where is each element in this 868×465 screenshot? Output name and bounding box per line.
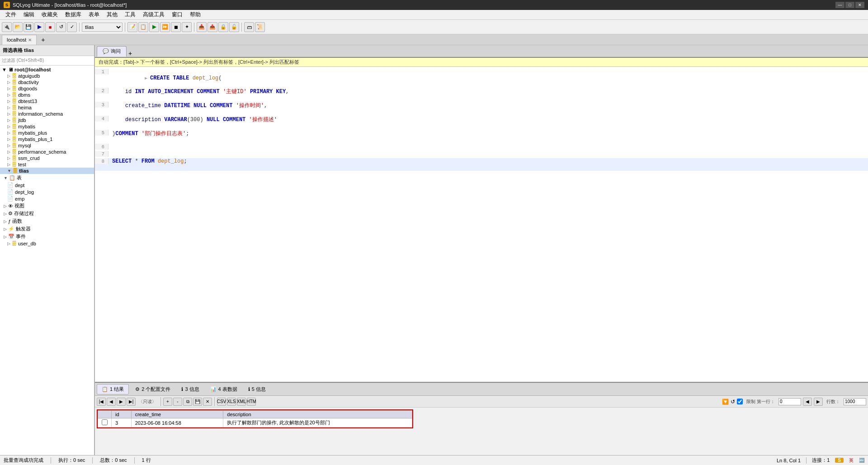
tb-restore[interactable]: 🔓 [229, 22, 239, 32]
menu-file[interactable]: 文件 [2, 10, 20, 19]
tree-triggers-node[interactable]: ▷ ⚡ 触发器 [0, 225, 94, 233]
add-query-tab-button[interactable]: + [128, 50, 132, 57]
tb-backup[interactable]: 🔒 [218, 22, 228, 32]
db-mysql[interactable]: ▷ 🗄 mysql [0, 142, 94, 149]
tb-stop[interactable]: ■ [45, 22, 55, 32]
tb-schema[interactable]: 🗃 [244, 22, 254, 32]
connection-tab-localhost[interactable]: localhost ✕ [2, 35, 37, 45]
db-tlias[interactable]: ▼ 🗄 tlias [0, 168, 94, 174]
tb-new-conn[interactable]: 🔌 [2, 22, 12, 32]
menu-database[interactable]: 数据库 [61, 10, 85, 19]
autocomplete-hint: 自动完成：[Tab]-> 下一个标签，[Ctrl+Space]-> 列出所有标签… [95, 58, 868, 67]
tb-open[interactable]: 📂 [13, 22, 23, 32]
rt-limit-next[interactable]: ▶ [814, 398, 823, 406]
restore-button[interactable]: □ [845, 2, 854, 8]
row-check[interactable] [98, 418, 112, 427]
sql-editor[interactable]: 1 ▶ CREATE TABLE dept_log( 2 id INT AUTO… [95, 67, 868, 383]
tb-run-query[interactable]: ▶ [149, 22, 159, 32]
tb-run-all[interactable]: ⏩ [160, 22, 170, 32]
tree-table-dept-log[interactable]: 📄 dept_log [0, 188, 94, 195]
db-test[interactable]: ▷ 🗄 test [0, 161, 94, 168]
filter-box[interactable]: 过滤器 (Ctrl+Shift+B) [0, 56, 94, 66]
tb-stop-query[interactable]: ⏹ [171, 22, 181, 32]
minimize-button[interactable]: — [835, 2, 844, 8]
db-heima[interactable]: ▷ 🗄 heima [0, 104, 94, 111]
result-tab-3[interactable]: ℹ 3 信息 [177, 385, 203, 394]
limit-checkbox[interactable] [737, 399, 743, 404]
rt-export-xls[interactable]: XLS [227, 398, 236, 406]
cell-id[interactable]: 3 [112, 418, 132, 427]
rt-nav-first[interactable]: |◀ [97, 398, 106, 406]
query-tab-ask[interactable]: 💬 询问 [97, 46, 127, 57]
row-checkbox[interactable] [102, 419, 108, 425]
db-ssm-crud[interactable]: ▷ 🗄 ssm_crud [0, 155, 94, 161]
result-tab-2[interactable]: ⚙ 2 个配置文件 [131, 385, 175, 394]
result-tab-4[interactable]: 📊 4 表数据 [206, 385, 242, 394]
sidebar-header: 筛选表格 tlias [0, 45, 94, 56]
db-mybatis-plus-1[interactable]: ▷ 🗄 mybatis_plus_1 [0, 136, 94, 142]
rt-dup-row[interactable]: ⧉ [183, 398, 192, 406]
tb-run[interactable]: ▶ [34, 22, 44, 32]
tree-views-node[interactable]: ▷ 👁 视图 [0, 202, 94, 210]
add-connection-button[interactable]: + [38, 35, 47, 44]
rt-save[interactable]: 💾 [193, 398, 202, 406]
rows-value-input[interactable] [844, 398, 866, 405]
rt-del-row[interactable]: - [173, 398, 182, 406]
rt-discard[interactable]: ✕ [203, 398, 212, 406]
tb-save[interactable]: 💾 [24, 22, 33, 32]
tb-export[interactable]: 📤 [208, 22, 217, 32]
db-dbms[interactable]: ▷ 🗄 dbms [0, 92, 94, 98]
result-tab-label-1: 1 结果 [110, 386, 124, 393]
menu-other[interactable]: 其他 [103, 10, 121, 19]
rt-export-xml[interactable]: XML [237, 398, 246, 406]
tb-format[interactable]: ✦ [182, 22, 192, 32]
menu-table[interactable]: 表单 [85, 10, 103, 19]
tb-import[interactable]: 📥 [197, 22, 207, 32]
tb-refresh[interactable]: ↺ [56, 22, 66, 32]
rt-nav-prev[interactable]: ◀ [107, 398, 116, 406]
tree-events-node[interactable]: ▷ 📅 事件 [0, 233, 94, 240]
db-atguigudb[interactable]: ▷ 🗄 atguigudb [0, 73, 94, 79]
rt-export-html[interactable]: HTM [247, 398, 256, 406]
table-row[interactable]: 3 2023-06-08 16:04:58 执行了解散部门的操作, 此次解散的是… [98, 418, 412, 427]
db-dbgoods[interactable]: ▷ 🗄 dbgoods [0, 85, 94, 92]
tb-history[interactable]: 📜 [255, 22, 265, 32]
tree-root-node[interactable]: ▼ 🖥 root@localhost [0, 66, 94, 73]
tree-table-dept[interactable]: 📄 dept [0, 182, 94, 188]
result-tab-5[interactable]: ℹ 5 信息 [244, 385, 270, 394]
rt-export-csv[interactable]: CSV [217, 398, 226, 406]
rt-nav-next[interactable]: ▶ [117, 398, 126, 406]
db-dbtest13[interactable]: ▷ 🗄 dbtest13 [0, 98, 94, 104]
tree-table-emp[interactable]: 📄 emp [0, 195, 94, 202]
db-selector[interactable]: tlias [82, 23, 123, 32]
db-mybatis-plus[interactable]: ▷ 🗄 mybatis_plus [0, 130, 94, 136]
cell-create-time[interactable]: 2023-06-08 16:04:58 [131, 418, 223, 427]
tb-new-query[interactable]: 📝 [127, 22, 137, 32]
tree-tables-node[interactable]: ▼ 📋 表 [0, 174, 94, 182]
rt-add-row[interactable]: + [163, 398, 172, 406]
tb-commit[interactable]: ✓ [67, 22, 77, 32]
rt-nav-last[interactable]: ▶| [127, 398, 136, 406]
menu-tools[interactable]: 工具 [121, 10, 139, 19]
db-information-schema[interactable]: ▷ 🗄 information_schema [0, 111, 94, 117]
menu-advanced-tools[interactable]: 高级工具 [139, 10, 168, 19]
menu-window[interactable]: 窗口 [168, 10, 186, 19]
tree-functions-node[interactable]: ▷ ƒ 函数 [0, 217, 94, 225]
db-jtdb[interactable]: ▷ 🗄 jtdb [0, 117, 94, 123]
tb-new-table[interactable]: 📋 [138, 22, 148, 32]
cell-description[interactable]: 执行了解散部门的操作, 此次解散的是20号部门 [223, 418, 412, 427]
conn-tab-close-icon[interactable]: ✕ [28, 38, 32, 42]
db-performance-schema[interactable]: ▷ 🗄 performance_schema [0, 149, 94, 155]
menu-help[interactable]: 帮助 [186, 10, 204, 19]
close-button[interactable]: ✕ [855, 2, 864, 8]
db-dbactivity[interactable]: ▷ 🗄 dbactivity [0, 79, 94, 85]
db-name: test [18, 162, 26, 167]
db-user-db[interactable]: ▷ 🗄 user_db [0, 240, 94, 247]
db-mybatis[interactable]: ▷ 🗄 mybatis [0, 123, 94, 130]
tree-storedprocs-node[interactable]: ▷ ⚙ 存储过程 [0, 210, 94, 217]
result-tab-1[interactable]: 📋 1 结果 [97, 384, 129, 395]
menu-favorites[interactable]: 收藏夹 [38, 10, 61, 19]
limit-start-input[interactable] [778, 398, 801, 405]
rt-limit-prev[interactable]: ◀ [803, 398, 812, 406]
menu-edit[interactable]: 编辑 [20, 10, 38, 19]
